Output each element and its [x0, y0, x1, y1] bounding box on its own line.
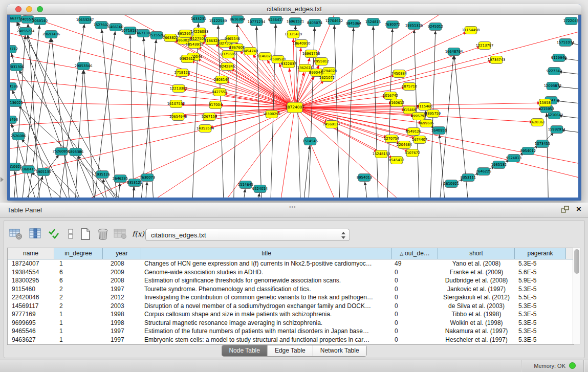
- graph-node[interactable]: 12213382: [170, 85, 188, 93]
- graph-node[interactable]: 11325419: [285, 31, 302, 38]
- table-cell[interactable]: Disruption of a novel member of a sodium…: [141, 302, 392, 311]
- graph-node[interactable]: 1893386: [68, 148, 83, 156]
- table-cell[interactable]: 1998: [103, 310, 141, 319]
- table-cell[interactable]: Jankovic et al. (1997): [438, 285, 515, 294]
- graph-node[interactable]: 2031306: [10, 63, 24, 71]
- delete-trash-icon[interactable]: [95, 227, 111, 242]
- table-cell[interactable]: 9777169: [8, 310, 54, 319]
- table-cell[interactable]: 5.3E-5: [515, 327, 566, 336]
- table-cell[interactable]: Tourette syndrome. Phenomenology and cla…: [141, 285, 392, 294]
- graph-node[interactable]: 19734743: [488, 56, 506, 64]
- table-cell[interactable]: 1: [54, 259, 103, 268]
- unselect-all-icon[interactable]: [63, 227, 79, 242]
- graph-node[interactable]: 5267150: [202, 113, 217, 121]
- table-row[interactable]: 1938455462009Genome-wide association stu…: [8, 268, 573, 277]
- graph-node[interactable]: 2646235: [113, 175, 128, 183]
- table-cell[interactable]: Genome-wide association studies in ADHD.: [141, 268, 392, 277]
- table-cell[interactable]: 5.3E-5: [515, 336, 566, 344]
- graph-node[interactable]: 7630072: [385, 21, 400, 29]
- graph-node[interactable]: 9136021: [10, 99, 23, 107]
- float-panel-icon[interactable]: [561, 206, 569, 215]
- table-row[interactable]: 1872400712008Changes of HCN gene express…: [8, 259, 573, 268]
- graph-node[interactable]: 16107552: [167, 100, 185, 108]
- graph-node[interactable]: 9465546: [225, 35, 240, 43]
- table-row[interactable]: 2242004622012Investigating the contribut…: [8, 293, 573, 302]
- table-cell[interactable]: 18724007: [8, 259, 54, 268]
- table-cell[interactable]: 18300295: [8, 276, 54, 285]
- new-table-icon[interactable]: [78, 227, 93, 242]
- graph-node[interactable]: 1628361: [530, 119, 545, 126]
- tab-edge-table[interactable]: Edge Table: [267, 345, 313, 356]
- table-cell[interactable]: Embryonic stem cells: a model to study s…: [141, 336, 392, 344]
- table-cell[interactable]: 5.6E-5: [515, 268, 566, 277]
- table-cell[interactable]: 0: [392, 336, 438, 344]
- table-cell[interactable]: de Silva et al. (2003): [438, 302, 515, 311]
- table-cell[interactable]: 5.9E-5: [515, 276, 566, 285]
- graph-node[interactable]: 8353111: [461, 174, 476, 182]
- table-cell[interactable]: 9463627: [8, 336, 54, 344]
- table-cell[interactable]: Dudbridge et al. (2008): [438, 276, 515, 285]
- table-cell[interactable]: 0: [392, 327, 438, 336]
- graph-node[interactable]: 9375685: [221, 51, 236, 58]
- graph-node[interactable]: 18724007: [285, 102, 304, 113]
- graph-node[interactable]: 8322037: [281, 60, 296, 68]
- table-cell[interactable]: 14569117: [8, 302, 54, 311]
- table-cell[interactable]: Investigating the contribution of common…: [141, 293, 392, 302]
- table-row[interactable]: 911546021997Tourette syndrome. Phenomeno…: [8, 285, 573, 294]
- table-cell[interactable]: 1997: [103, 336, 141, 344]
- table-cell[interactable]: 1: [54, 336, 103, 344]
- table-cell[interactable]: 1997: [103, 285, 141, 294]
- graph-node[interactable]: 1895759: [425, 110, 441, 118]
- table-cell[interactable]: 2012: [103, 293, 141, 302]
- panel-drag-handle[interactable]: •••: [289, 204, 296, 210]
- column-header-short[interactable]: short: [438, 248, 515, 259]
- graph-node[interactable]: 8403074: [307, 19, 322, 27]
- graph-node[interactable]: 7450834: [391, 70, 407, 78]
- table-cell[interactable]: 19384554: [8, 268, 54, 277]
- graph-node[interactable]: 9524013: [506, 155, 521, 162]
- graph-node[interactable]: 917004: [209, 101, 222, 109]
- table-cell[interactable]: Structural magnetic resonance image aver…: [141, 319, 392, 327]
- graph-node[interactable]: 9115460: [417, 103, 432, 111]
- graph-node[interactable]: 1016742: [383, 92, 398, 100]
- graph-node[interactable]: 5905135: [36, 168, 51, 176]
- graph-node[interactable]: 16961758: [302, 50, 320, 58]
- graph-node[interactable]: 8995792: [411, 113, 426, 120]
- select-all-icon[interactable]: [47, 227, 62, 242]
- graph-node[interactable]: 10653287: [76, 16, 94, 24]
- graph-node[interactable]: 1621072: [319, 74, 335, 82]
- tab-node-table[interactable]: Node Table: [222, 345, 267, 356]
- graph-node[interactable]: 9392612: [180, 55, 195, 63]
- table-cell[interactable]: 6: [54, 276, 103, 285]
- graph-node[interactable]: 16961521: [287, 18, 304, 26]
- graph-node[interactable]: 15122549: [209, 17, 227, 25]
- graph-node[interactable]: 7630073: [140, 174, 155, 182]
- table-cell[interactable]: Nakamura et al. (1997): [438, 327, 515, 336]
- graph-node[interactable]: 15992911: [548, 126, 566, 134]
- graph-node[interactable]: 14226083: [191, 28, 209, 36]
- graph-node[interactable]: 16648794: [445, 48, 463, 56]
- graph-node[interactable]: 20691406: [42, 31, 60, 38]
- graph-node[interactable]: 4107672: [405, 149, 420, 157]
- table-cell[interactable]: 9115460: [8, 285, 54, 294]
- graph-node[interactable]: 8353121: [127, 179, 142, 187]
- column-header-out_de…[interactable]: △out_de…: [392, 248, 438, 259]
- table-cell[interactable]: 1998: [103, 319, 141, 327]
- graph-node[interactable]: 14353594: [197, 125, 214, 133]
- table-cell[interactable]: Corpus callosum shape and size in male p…: [141, 310, 392, 319]
- table-row[interactable]: 946362711997Embryonic stem cells: a mode…: [8, 336, 573, 344]
- graph-node[interactable]: 1514545: [302, 138, 318, 145]
- table-cell[interactable]: Franke et al. (2009): [438, 268, 515, 277]
- graph-node[interactable]: 7515526: [149, 32, 164, 39]
- table-row[interactable]: 1830029562008Estimation of significance …: [8, 276, 573, 285]
- column-header-year[interactable]: year: [103, 248, 141, 259]
- graph-node[interactable]: 12093872: [544, 82, 562, 90]
- table-cell[interactable]: 1: [54, 327, 103, 336]
- graph-node[interactable]: 1610921: [444, 180, 459, 188]
- table-cell[interactable]: 9465546: [8, 327, 54, 336]
- table-row[interactable]: 969969511998Structural magnetic resonanc…: [8, 319, 573, 327]
- graph-node[interactable]: 1935126: [95, 171, 110, 179]
- table-cell[interactable]: Estimation of the future numbers of pati…: [141, 327, 392, 336]
- panel-collapse-arrow[interactable]: [1, 177, 4, 182]
- graph-node[interactable]: 1640951: [431, 127, 447, 135]
